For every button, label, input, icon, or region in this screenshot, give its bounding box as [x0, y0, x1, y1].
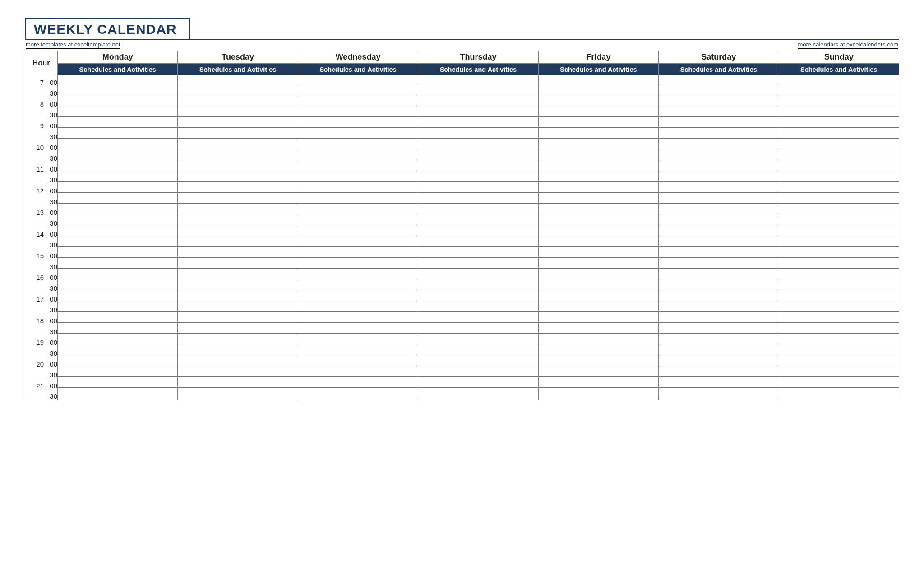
schedule-slot[interactable]: [659, 270, 779, 281]
schedule-slot[interactable]: [659, 216, 779, 227]
schedule-slot[interactable]: [659, 119, 779, 130]
schedule-slot[interactable]: [58, 184, 178, 195]
schedule-slot[interactable]: [298, 162, 418, 173]
schedule-slot[interactable]: [298, 108, 418, 119]
schedule-slot[interactable]: [659, 162, 779, 173]
schedule-slot[interactable]: [178, 379, 298, 390]
schedule-slot[interactable]: [58, 281, 178, 292]
schedule-slot[interactable]: [779, 173, 899, 184]
schedule-slot[interactable]: [298, 357, 418, 368]
schedule-slot[interactable]: [779, 379, 899, 390]
schedule-slot[interactable]: [538, 390, 658, 400]
schedule-slot[interactable]: [298, 249, 418, 260]
schedule-slot[interactable]: [298, 270, 418, 281]
schedule-slot[interactable]: [418, 314, 538, 325]
schedule-slot[interactable]: [298, 227, 418, 238]
schedule-slot[interactable]: [779, 151, 899, 162]
schedule-slot[interactable]: [779, 162, 899, 173]
schedule-slot[interactable]: [659, 130, 779, 140]
schedule-slot[interactable]: [178, 140, 298, 151]
schedule-slot[interactable]: [418, 130, 538, 140]
schedule-slot[interactable]: [538, 238, 658, 249]
schedule-slot[interactable]: [58, 216, 178, 227]
schedule-slot[interactable]: [779, 97, 899, 108]
schedule-slot[interactable]: [178, 216, 298, 227]
schedule-slot[interactable]: [779, 270, 899, 281]
schedule-slot[interactable]: [58, 227, 178, 238]
schedule-slot[interactable]: [659, 390, 779, 400]
schedule-slot[interactable]: [538, 379, 658, 390]
schedule-slot[interactable]: [58, 108, 178, 119]
schedule-slot[interactable]: [779, 357, 899, 368]
schedule-slot[interactable]: [538, 292, 658, 303]
schedule-slot[interactable]: [58, 390, 178, 400]
schedule-slot[interactable]: [178, 184, 298, 195]
schedule-slot[interactable]: [779, 260, 899, 270]
schedule-slot[interactable]: [418, 119, 538, 130]
schedule-slot[interactable]: [58, 205, 178, 216]
schedule-slot[interactable]: [418, 303, 538, 314]
schedule-slot[interactable]: [58, 162, 178, 173]
schedule-slot[interactable]: [779, 249, 899, 260]
schedule-slot[interactable]: [418, 97, 538, 108]
schedule-slot[interactable]: [298, 281, 418, 292]
schedule-slot[interactable]: [779, 346, 899, 357]
schedule-slot[interactable]: [659, 151, 779, 162]
schedule-slot[interactable]: [178, 346, 298, 357]
schedule-slot[interactable]: [58, 325, 178, 335]
schedule-slot[interactable]: [418, 173, 538, 184]
schedule-slot[interactable]: [58, 357, 178, 368]
schedule-slot[interactable]: [58, 379, 178, 390]
schedule-slot[interactable]: [418, 195, 538, 205]
schedule-slot[interactable]: [178, 238, 298, 249]
schedule-slot[interactable]: [58, 368, 178, 379]
schedule-slot[interactable]: [659, 140, 779, 151]
schedule-slot[interactable]: [298, 130, 418, 140]
schedule-slot[interactable]: [418, 75, 538, 86]
schedule-slot[interactable]: [659, 368, 779, 379]
schedule-slot[interactable]: [298, 195, 418, 205]
schedule-slot[interactable]: [178, 292, 298, 303]
schedule-slot[interactable]: [538, 184, 658, 195]
schedule-slot[interactable]: [659, 335, 779, 346]
schedule-slot[interactable]: [298, 119, 418, 130]
schedule-slot[interactable]: [538, 357, 658, 368]
schedule-slot[interactable]: [659, 227, 779, 238]
schedule-slot[interactable]: [418, 281, 538, 292]
schedule-slot[interactable]: [779, 325, 899, 335]
schedule-slot[interactable]: [538, 260, 658, 270]
schedule-slot[interactable]: [779, 314, 899, 325]
schedule-slot[interactable]: [538, 108, 658, 119]
schedule-slot[interactable]: [178, 390, 298, 400]
schedule-slot[interactable]: [418, 140, 538, 151]
schedule-slot[interactable]: [298, 86, 418, 97]
schedule-slot[interactable]: [779, 130, 899, 140]
schedule-slot[interactable]: [58, 270, 178, 281]
schedule-slot[interactable]: [418, 205, 538, 216]
schedule-slot[interactable]: [178, 205, 298, 216]
schedule-slot[interactable]: [58, 346, 178, 357]
schedule-slot[interactable]: [58, 75, 178, 86]
schedule-slot[interactable]: [178, 325, 298, 335]
schedule-slot[interactable]: [298, 216, 418, 227]
schedule-slot[interactable]: [538, 281, 658, 292]
schedule-slot[interactable]: [298, 75, 418, 86]
schedule-slot[interactable]: [58, 97, 178, 108]
schedule-slot[interactable]: [418, 238, 538, 249]
schedule-slot[interactable]: [418, 108, 538, 119]
schedule-slot[interactable]: [659, 314, 779, 325]
schedule-slot[interactable]: [298, 151, 418, 162]
schedule-slot[interactable]: [178, 260, 298, 270]
schedule-slot[interactable]: [538, 314, 658, 325]
schedule-slot[interactable]: [298, 335, 418, 346]
schedule-slot[interactable]: [298, 173, 418, 184]
schedule-slot[interactable]: [659, 303, 779, 314]
schedule-slot[interactable]: [779, 292, 899, 303]
schedule-slot[interactable]: [58, 292, 178, 303]
link-more-calendars[interactable]: more calendars at excelcalendars.com: [798, 41, 898, 49]
schedule-slot[interactable]: [178, 303, 298, 314]
schedule-slot[interactable]: [178, 86, 298, 97]
schedule-slot[interactable]: [178, 368, 298, 379]
schedule-slot[interactable]: [178, 249, 298, 260]
schedule-slot[interactable]: [779, 75, 899, 86]
